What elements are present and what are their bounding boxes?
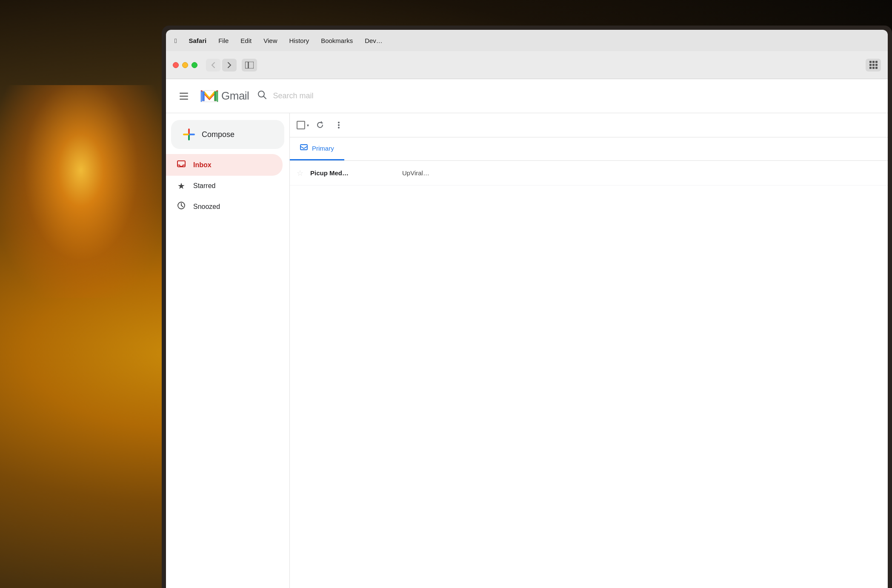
view-menu[interactable]: View — [263, 37, 277, 44]
gmail-main: ▾ — [289, 113, 888, 588]
compose-plus-icon — [183, 128, 195, 140]
gmail-m-icon — [200, 87, 219, 106]
safari-menu[interactable]: Safari — [189, 37, 206, 44]
bookmarks-menu[interactable]: Bookmarks — [321, 37, 353, 44]
star-icon[interactable]: ☆ — [297, 168, 303, 178]
hamburger-button[interactable] — [176, 89, 192, 103]
starred-icon: ★ — [176, 181, 186, 191]
gmail-label: Gmail — [221, 89, 249, 103]
svg-rect-8 — [202, 91, 205, 101]
svg-point-18 — [338, 127, 340, 128]
browser-toolbar — [166, 51, 888, 79]
maximize-button[interactable] — [192, 62, 197, 68]
svg-line-11 — [263, 96, 266, 99]
file-menu[interactable]: File — [218, 37, 229, 44]
forward-button[interactable] — [222, 59, 237, 71]
macos-menubar:  Safari File Edit View History Bookmark… — [166, 30, 888, 51]
gmail-logo: Gmail — [200, 87, 249, 106]
traffic-lights — [173, 62, 197, 68]
edit-menu[interactable]: Edit — [240, 37, 252, 44]
hamburger-line-1 — [180, 93, 188, 94]
tab-primary[interactable]: Primary — [290, 137, 344, 160]
sidebar-item-snoozed[interactable]: Snoozed — [166, 196, 283, 217]
grid-button[interactable] — [866, 59, 881, 71]
compose-button[interactable]: Compose — [171, 120, 284, 149]
snoozed-label: Snoozed — [193, 203, 276, 211]
nav-buttons — [206, 59, 237, 71]
minimize-button[interactable] — [182, 62, 188, 68]
svg-rect-0 — [245, 62, 248, 69]
macbook-frame:  Safari File Edit View History Bookmark… — [162, 26, 892, 588]
hamburger-line-3 — [180, 99, 188, 100]
screen-bezel:  Safari File Edit View History Bookmark… — [166, 30, 888, 588]
sidebar-toggle-button[interactable] — [242, 59, 257, 71]
gmail-body: Compose Inbox — [166, 113, 888, 588]
compose-label: Compose — [202, 130, 234, 139]
primary-tab-icon — [300, 143, 308, 153]
gmail-toolbar: ▾ — [290, 113, 888, 137]
table-row[interactable]: ☆ Picup Med… UpViral… — [290, 161, 888, 186]
sidebar-item-starred[interactable]: ★ Starred — [166, 176, 283, 196]
inbox-icon — [176, 159, 186, 171]
hamburger-line-2 — [180, 96, 188, 97]
search-placeholder-text: Search mail — [273, 91, 313, 100]
sidebar-item-inbox[interactable]: Inbox — [166, 154, 283, 176]
snoozed-icon — [176, 201, 186, 212]
background-glow — [0, 85, 162, 298]
checkbox-square-icon — [297, 121, 305, 129]
gmail-container: Gmail Search mail — [166, 79, 888, 588]
primary-tab-label: Primary — [312, 145, 334, 152]
svg-line-15 — [181, 206, 183, 207]
apple-menu[interactable]:  — [174, 37, 177, 44]
select-all-checkbox[interactable]: ▾ — [297, 121, 309, 129]
gmail-sidebar: Compose Inbox — [166, 113, 289, 588]
svg-point-17 — [338, 124, 340, 126]
svg-rect-12 — [177, 161, 185, 167]
starred-label: Starred — [193, 182, 276, 190]
gmail-header: Gmail Search mail — [166, 79, 888, 113]
history-menu[interactable]: History — [289, 37, 309, 44]
browser-content: Gmail Search mail — [166, 79, 888, 588]
gmail-tabs: Primary — [290, 137, 888, 161]
back-button[interactable] — [206, 59, 220, 71]
email-list: ☆ Picup Med… UpViral… — [290, 161, 888, 588]
grid-dots-icon — [869, 61, 878, 69]
svg-point-16 — [338, 122, 340, 123]
gmail-search[interactable]: Search mail — [257, 90, 513, 102]
browser-window: Gmail Search mail — [166, 51, 888, 588]
email-sender: Picup Med… — [310, 169, 395, 177]
email-preview: UpViral… — [402, 169, 881, 177]
close-button[interactable] — [173, 62, 179, 68]
checkbox-dropdown-icon[interactable]: ▾ — [307, 123, 309, 128]
svg-rect-9 — [214, 91, 217, 101]
inbox-label: Inbox — [193, 161, 276, 169]
search-icon — [257, 90, 267, 102]
svg-rect-1 — [245, 62, 254, 69]
refresh-button[interactable] — [312, 117, 328, 133]
more-options-button[interactable] — [331, 117, 346, 133]
develop-menu[interactable]: Dev… — [365, 37, 383, 44]
